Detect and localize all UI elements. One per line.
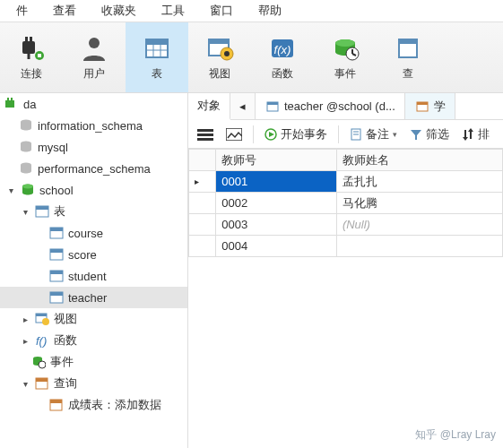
svg-text:f(): f()	[36, 334, 47, 348]
btn-gridview[interactable]	[221, 125, 247, 143]
btn-textview[interactable]	[192, 125, 219, 143]
col-header-name[interactable]: 教师姓名	[336, 150, 502, 171]
chevron-right-icon[interactable]: ▸	[20, 336, 30, 346]
table-row[interactable]: ▸ 0001 孟扎扎	[189, 171, 503, 193]
view-folder-icon	[34, 311, 50, 327]
menu-help[interactable]: 帮助	[246, 3, 294, 19]
tree-db-school[interactable]: ▾ school	[0, 179, 187, 201]
tree-table-student[interactable]: student	[0, 265, 187, 287]
row-marker-header	[189, 150, 216, 171]
ribbon-function[interactable]: f(x) 函数	[251, 22, 314, 92]
tree-folder-label: 查询	[54, 375, 77, 392]
svg-rect-26	[11, 98, 13, 101]
table-row[interactable]: 0003 (Null)	[189, 214, 503, 236]
watermark: 知乎 @Lray Lray	[415, 427, 496, 443]
btn-sort-label: 排	[478, 126, 490, 142]
data-grid[interactable]: 教师号 教师姓名 ▸ 0001 孟扎扎 0002 马化腾 0003 (Null)…	[188, 149, 503, 257]
tree-folder-views[interactable]: ▸ 视图	[0, 308, 187, 330]
btn-memo[interactable]: 备注 ▾	[344, 124, 403, 145]
btn-sort[interactable]: 排	[456, 124, 495, 145]
ribbon-user[interactable]: 用户	[63, 22, 126, 92]
chevron-right-icon[interactable]: ▸	[20, 314, 30, 324]
tree-table-label: score	[68, 248, 97, 262]
table-row[interactable]: 0004	[189, 236, 503, 257]
ribbon-connection-label: 连接	[21, 66, 42, 82]
cell-name[interactable]: (Null)	[336, 214, 502, 236]
col-header-id[interactable]: 教师号	[216, 150, 337, 171]
tree-db-perfschema[interactable]: performance_schema	[0, 158, 187, 179]
menu-view[interactable]: 查看	[40, 3, 89, 19]
ribbon-table[interactable]: 表	[126, 22, 188, 92]
tree-db-label: mysql	[38, 141, 68, 154]
svg-rect-37	[50, 249, 63, 253]
table-icon	[48, 246, 65, 263]
btn-begin-transaction-label: 开始事务	[281, 126, 327, 142]
chevron-down-icon[interactable]: ▾	[20, 207, 30, 217]
tab-student[interactable]: 学	[405, 93, 455, 119]
svg-rect-4	[38, 54, 41, 57]
ribbon-toolbar: 连接 用户 表 视图 f(x) 函数 事件 查	[0, 22, 503, 93]
svg-rect-56	[197, 129, 213, 132]
tree-query-label: 成绩表：添加数据	[68, 397, 161, 413]
svg-rect-41	[50, 292, 63, 296]
cell-id[interactable]: 0004	[216, 236, 337, 257]
play-icon	[265, 128, 277, 141]
cell-id[interactable]: 0002	[216, 193, 337, 214]
tab-nav-prev[interactable]: ◂	[230, 93, 256, 119]
tree-table-teacher[interactable]: teacher	[0, 287, 187, 308]
event-icon	[331, 34, 360, 63]
btn-begin-transaction[interactable]: 开始事务	[259, 124, 333, 145]
svg-point-5	[89, 38, 100, 48]
tree-folder-label: 事件	[50, 354, 74, 370]
view-icon	[205, 34, 234, 63]
chevron-down-icon[interactable]: ▾	[5, 185, 16, 195]
tree-connection[interactable]: da	[0, 93, 187, 115]
svg-rect-24	[5, 100, 14, 108]
svg-rect-2	[30, 37, 32, 42]
chevron-left-icon: ◂	[239, 99, 246, 113]
cell-id[interactable]: 0003	[216, 214, 337, 236]
menu-tools[interactable]: 工具	[149, 3, 197, 19]
tree-folder-events[interactable]: 事件	[0, 351, 187, 373]
cell-name[interactable]	[336, 236, 502, 257]
svg-rect-53	[267, 102, 278, 105]
tree-query-item[interactable]: 成绩表：添加数据	[0, 394, 187, 416]
tab-teacher[interactable]: teacher @school (d...	[256, 93, 405, 119]
database-icon	[18, 139, 34, 155]
svg-rect-1	[25, 37, 28, 42]
svg-rect-7	[146, 39, 168, 45]
ribbon-query[interactable]: 查	[377, 22, 439, 92]
svg-point-31	[22, 185, 33, 189]
row-marker	[189, 193, 216, 214]
tree-db-infoschema[interactable]: information_schema	[0, 115, 187, 136]
table-row[interactable]: 0002 马化腾	[189, 193, 503, 214]
tree-db-mysql[interactable]: mysql	[0, 136, 187, 158]
cell-name[interactable]: 孟扎扎	[336, 171, 502, 193]
tree-table-label: course	[68, 227, 103, 240]
ribbon-connection[interactable]: 连接	[0, 22, 63, 92]
tree-folder-functions[interactable]: ▸ f() 函数	[0, 330, 187, 351]
tree-table-score[interactable]: score	[0, 244, 187, 265]
tree-folder-label: 函数	[54, 332, 77, 349]
btn-filter[interactable]: 筛选	[404, 124, 455, 145]
ribbon-event[interactable]: 事件	[314, 22, 377, 92]
tab-objects[interactable]: 对象	[188, 93, 230, 120]
table-icon	[48, 225, 65, 241]
ribbon-view[interactable]: 视图	[188, 22, 251, 92]
cell-id[interactable]: 0001	[216, 171, 337, 193]
btn-memo-label: 备注	[366, 126, 389, 142]
table-header-row: 教师号 教师姓名	[189, 150, 503, 171]
tree-folder-tables[interactable]: ▾ 表	[0, 201, 187, 222]
tree-folder-queries[interactable]: ▾ 查询	[0, 373, 187, 394]
event-folder-icon	[30, 354, 47, 370]
menu-favorites[interactable]: 收藏夹	[89, 3, 149, 19]
menu-window[interactable]: 窗口	[197, 3, 246, 19]
svg-rect-49	[36, 378, 48, 382]
ribbon-view-label: 视图	[209, 66, 230, 82]
connection-active-icon	[4, 96, 20, 112]
chevron-down-icon[interactable]: ▾	[20, 379, 30, 389]
tree-table-course[interactable]: course	[0, 222, 187, 244]
cell-name[interactable]: 马化腾	[336, 193, 502, 214]
menu-file[interactable]: 件	[4, 3, 40, 19]
query-item-icon	[48, 397, 65, 413]
